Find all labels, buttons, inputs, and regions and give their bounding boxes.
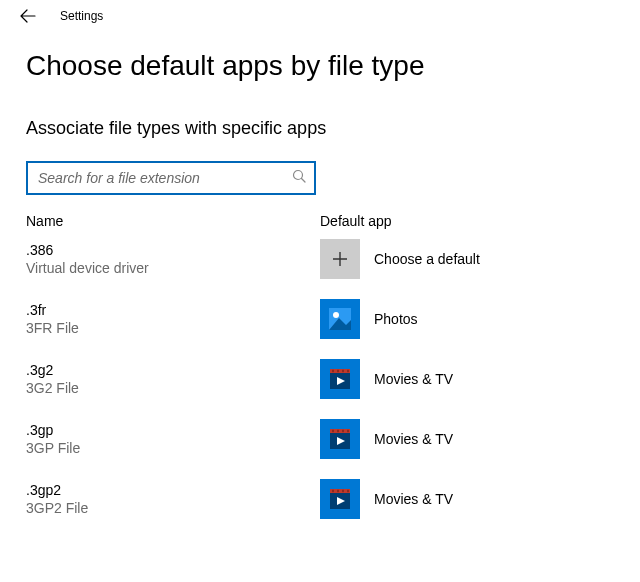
- file-extension: .3gp: [26, 421, 320, 439]
- titlebar: Settings: [0, 0, 640, 26]
- file-type-cell: .3gp 3GP File: [26, 421, 320, 457]
- default-app-button[interactable]: Movies & TV: [320, 359, 453, 399]
- default-app-label: Choose a default: [374, 251, 480, 267]
- file-type-cell: .386 Virtual device driver: [26, 241, 320, 277]
- file-type-row: .3g2 3G2 File Movies & TV: [26, 359, 640, 399]
- file-type-cell: .3gp2 3GP2 File: [26, 481, 320, 517]
- page-subtitle: Associate file types with specific apps: [26, 118, 640, 139]
- file-extension: .3fr: [26, 301, 320, 319]
- default-app-label: Movies & TV: [374, 431, 453, 447]
- default-app-label: Movies & TV: [374, 371, 453, 387]
- svg-rect-22: [337, 490, 339, 492]
- column-headers: Name Default app: [26, 213, 640, 229]
- movies-tv-icon: [320, 479, 360, 519]
- file-type-cell: .3g2 3G2 File: [26, 361, 320, 397]
- file-type-row: .3fr 3FR File Photos: [26, 299, 640, 339]
- back-button[interactable]: [18, 6, 38, 26]
- file-extension: .386: [26, 241, 320, 259]
- default-app-button[interactable]: Choose a default: [320, 239, 480, 279]
- svg-rect-8: [337, 370, 339, 372]
- file-description: 3GP File: [26, 439, 320, 457]
- file-type-row: .3gp2 3GP2 File Movies & TV: [26, 479, 640, 519]
- default-app-button[interactable]: Movies & TV: [320, 479, 453, 519]
- file-type-list: .386 Virtual device driver Choose a defa…: [26, 239, 640, 519]
- file-description: 3FR File: [26, 319, 320, 337]
- photos-icon: [320, 299, 360, 339]
- default-app-label: Photos: [374, 311, 418, 327]
- svg-rect-21: [332, 490, 334, 492]
- file-type-row: .386 Virtual device driver Choose a defa…: [26, 239, 640, 279]
- content-area: Choose default apps by file type Associa…: [0, 50, 640, 519]
- file-description: Virtual device driver: [26, 259, 320, 277]
- search-box[interactable]: [26, 161, 316, 195]
- svg-rect-10: [347, 370, 349, 372]
- svg-rect-16: [342, 430, 344, 432]
- search-icon: [292, 169, 306, 187]
- header-default-app: Default app: [320, 213, 640, 229]
- file-type-cell: .3fr 3FR File: [26, 301, 320, 337]
- svg-rect-24: [347, 490, 349, 492]
- movies-tv-icon: [320, 359, 360, 399]
- svg-rect-9: [342, 370, 344, 372]
- page-title: Choose default apps by file type: [26, 50, 640, 82]
- file-extension: .3g2: [26, 361, 320, 379]
- file-description: 3GP2 File: [26, 499, 320, 517]
- svg-rect-15: [337, 430, 339, 432]
- file-type-row: .3gp 3GP File Movies & TV: [26, 419, 640, 459]
- movies-tv-icon: [320, 419, 360, 459]
- search-input[interactable]: [36, 163, 292, 193]
- default-app-label: Movies & TV: [374, 491, 453, 507]
- file-description: 3G2 File: [26, 379, 320, 397]
- header-name: Name: [26, 213, 320, 229]
- default-app-button[interactable]: Movies & TV: [320, 419, 453, 459]
- default-app-button[interactable]: Photos: [320, 299, 418, 339]
- svg-point-4: [333, 312, 339, 318]
- window-title: Settings: [60, 9, 103, 23]
- plus-icon: [320, 239, 360, 279]
- svg-rect-14: [332, 430, 334, 432]
- svg-rect-17: [347, 430, 349, 432]
- svg-rect-7: [332, 370, 334, 372]
- file-extension: .3gp2: [26, 481, 320, 499]
- svg-rect-23: [342, 490, 344, 492]
- arrow-left-icon: [20, 8, 36, 24]
- svg-line-1: [302, 179, 306, 183]
